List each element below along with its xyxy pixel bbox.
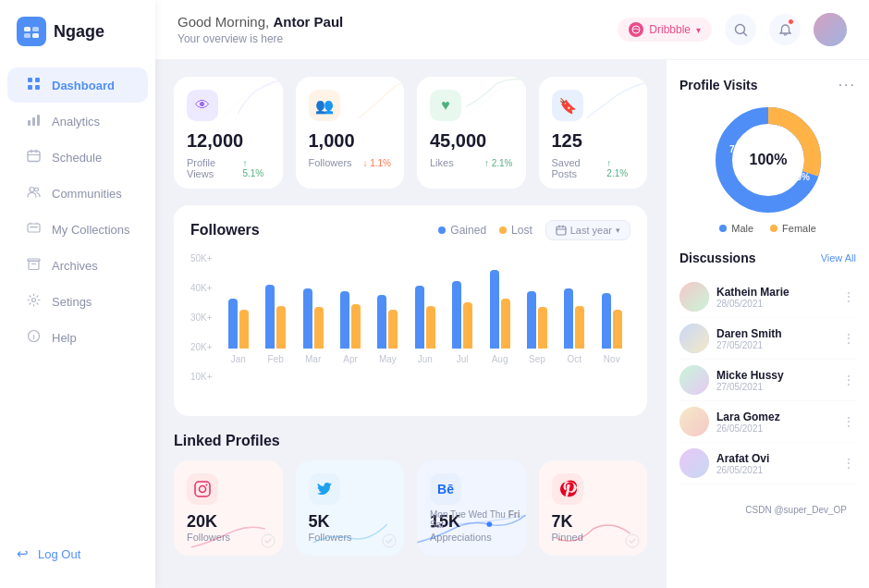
bar-gained (490, 270, 499, 349)
discussion-avatar (679, 365, 709, 395)
bar-month-label: Mar (305, 354, 321, 364)
bar-group: May (373, 257, 402, 364)
sidebar-item-collections[interactable]: My Collections (7, 212, 148, 247)
discussion-item: Arafat Ovi 26/05/2021 ⋮ (679, 443, 856, 484)
discussion-more-button[interactable]: ⋮ (842, 456, 856, 471)
svg-rect-23 (195, 482, 210, 496)
logout-label: Log Out (38, 547, 80, 561)
filter-button[interactable]: Last year ▾ (545, 220, 630, 240)
svg-rect-22 (557, 227, 566, 235)
dribbble-badge[interactable]: Dribbble ▾ (618, 18, 712, 42)
header-subtitle: Your overview is here (177, 32, 343, 45)
nav-label-communities: Communities (52, 187, 122, 201)
sidebar-item-analytics[interactable]: Analytics (7, 104, 148, 139)
stat-value-followers: 1,000 (309, 130, 392, 152)
discussion-name: Arafat Ovi (716, 452, 835, 465)
logout-button[interactable]: ↩ Log Out (0, 536, 155, 571)
y-axis-label: 10K+ (190, 372, 213, 382)
nav-icon-communities (24, 185, 43, 202)
filter-label: Last year (570, 225, 612, 236)
bar-month-label: Sep (529, 354, 545, 364)
main-area: Good Morning, Antor Paul Your overview i… (155, 0, 869, 588)
logo-icon (17, 17, 46, 46)
nav-icon-collections (24, 221, 43, 238)
followers-chart: Followers GainedLost Last year ▾ 50K+40K… (174, 205, 647, 416)
svg-point-24 (200, 486, 206, 493)
view-all-button[interactable]: View All (821, 252, 856, 263)
bar-chart: JanFebMarAprMayJunJulAugSepOctNov (220, 253, 630, 383)
svg-text:100%: 100% (749, 152, 787, 167)
discussion-avatar (679, 282, 709, 312)
profile-visits-more[interactable]: ··· (838, 77, 856, 93)
sidebar-item-dashboard[interactable]: Dashboard (7, 67, 148, 103)
greeting-name: Antor Paul (273, 14, 343, 30)
user-avatar[interactable] (814, 13, 847, 46)
profile-visits-section: Profile Visits ··· 100% 70% (679, 77, 856, 234)
bar-gained (303, 288, 312, 349)
discussion-avatar (679, 448, 709, 478)
profile-icon-twitter (309, 473, 340, 505)
nav-icon-settings (24, 293, 43, 310)
bar-group: Jun (410, 257, 440, 364)
profile-card-twitter: 5K Followers (296, 460, 405, 556)
stat-card-saved-posts: 🔖 125 Saved Posts ↑ 2.1% (539, 77, 648, 189)
nav-label-collections: My Collections (52, 223, 130, 237)
discussion-item: Kathein Marie 28/05/2021 ⋮ (679, 276, 856, 318)
sidebar-item-settings[interactable]: Setings (7, 284, 148, 319)
y-axis-label: 50K+ (190, 253, 213, 263)
svg-rect-7 (35, 85, 40, 90)
stat-icon-followers: 👥 (309, 90, 340, 121)
bar-lost (388, 310, 398, 349)
filter-chevron-icon: ▾ (616, 226, 620, 235)
donut-dot (770, 225, 777, 232)
discussion-more-button[interactable]: ⋮ (842, 373, 856, 387)
discussion-date: 27/05/2021 (716, 340, 835, 350)
discussions-section: Discussions View All Kathein Marie 28/05… (679, 251, 856, 484)
discussion-name: Micke Hussy (716, 369, 835, 382)
profiles-title: Linked Profiles (174, 433, 647, 449)
nav-label-analytics: Analytics (52, 115, 100, 129)
y-axis-label: 30K+ (190, 312, 213, 323)
discussion-more-button[interactable]: ⋮ (842, 289, 856, 304)
bar-gained (265, 285, 275, 349)
nav-icon-help: i (24, 329, 43, 346)
donut-legend: MaleFemale (679, 223, 856, 234)
bar-month-label: May (379, 354, 397, 364)
svg-rect-10 (37, 115, 40, 126)
bar-gained (377, 295, 386, 349)
bar-group: Oct (559, 257, 589, 364)
discussion-more-button[interactable]: ⋮ (842, 331, 856, 346)
stat-change-saved-posts: ↑ 2.1% (606, 158, 634, 178)
greeting-prefix: Good Morning, (177, 14, 273, 30)
bar-month-label: Jul (457, 354, 469, 364)
donut-legend-female: Female (770, 223, 816, 234)
bar-lost (538, 307, 547, 349)
donut-chart: 100% 70% 30% (679, 104, 856, 215)
discussion-more-button[interactable]: ⋮ (842, 414, 856, 429)
notifications-button[interactable] (769, 14, 801, 45)
sidebar-item-archives[interactable]: Archives (7, 248, 148, 283)
content: 👁 12,000 Profile Views ↑ 5.1% 👥 1,000 Fo… (155, 60, 869, 588)
profile-icon-behance: Bē (430, 473, 461, 505)
sidebar-item-schedule[interactable]: Schedule (7, 140, 148, 175)
discussion-item: Lara Gomez 26/05/2021 ⋮ (679, 401, 856, 443)
stat-label-profile-views: Profile Views (187, 157, 242, 179)
logo[interactable]: Ngage (0, 17, 155, 67)
discussion-date: 26/05/2021 (716, 423, 835, 434)
svg-rect-6 (28, 85, 32, 90)
bar-gained (564, 288, 573, 349)
svg-point-13 (34, 188, 38, 191)
bar-lost (314, 307, 324, 349)
nav-label-dashboard: Dashboard (52, 79, 115, 92)
chart-legend: GainedLost (438, 224, 532, 237)
stat-value-likes: 45,000 (430, 130, 513, 152)
search-button[interactable] (725, 14, 756, 45)
sidebar-item-help[interactable]: iHelp (7, 320, 148, 355)
right-panel: Profile Visits ··· 100% 70% (666, 60, 869, 588)
bar-group: Feb (261, 257, 290, 364)
stat-label-followers: Followers (309, 157, 352, 168)
profile-cards: 20K Followers 5K Followers Bē 15K Apprec… (174, 460, 647, 556)
sidebar-item-communities[interactable]: Communities (7, 176, 148, 211)
stat-icon-saved-posts: 🔖 (552, 90, 583, 121)
discussions-list: Kathein Marie 28/05/2021 ⋮ Daren Smith 2… (679, 276, 856, 484)
